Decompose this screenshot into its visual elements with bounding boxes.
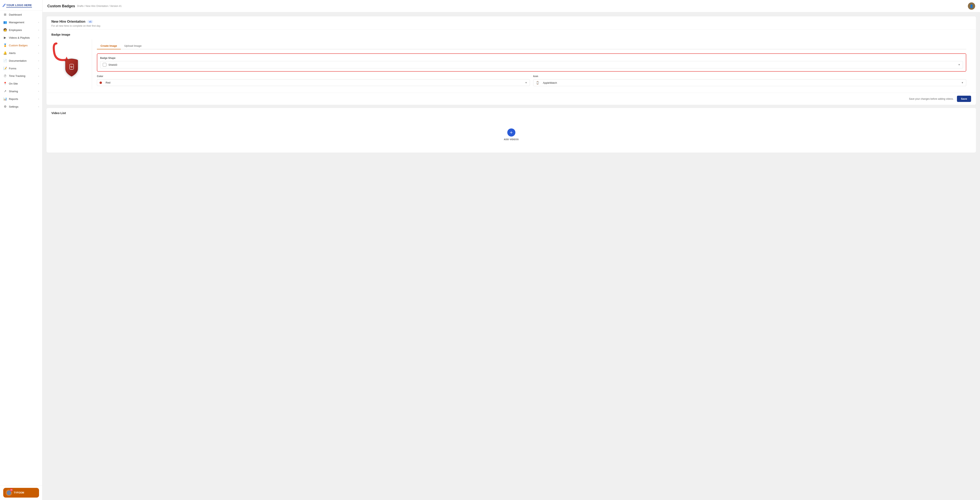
color-select-left: Red (100, 81, 110, 84)
sidebar-item-employees[interactable]: 🧑Employees› (0, 26, 42, 34)
icon-value: AppleWatch (543, 81, 557, 84)
settings-nav-label: Settings (9, 105, 18, 108)
sidebar-item-documentation[interactable]: 📄Documentation› (0, 57, 42, 65)
logo-text: YOUR LOGO HERE (6, 4, 32, 8)
employees-chevron-icon: › (38, 29, 39, 31)
custom-badges-nav-label: Custom Badges (9, 44, 28, 47)
videos-chevron-icon: › (38, 37, 39, 39)
forms-nav-label: Forms (9, 67, 16, 70)
alerts-chevron-icon: › (38, 52, 39, 54)
orientation-title: New Hire Orientation (51, 20, 85, 24)
documentation-nav-label: Documentation (9, 59, 27, 62)
on-site-nav-label: On-Site (9, 82, 18, 85)
employees-nav-icon: 🧑 (3, 28, 7, 32)
badge-image-body: Create Image Upload Image Badge Shape Sh… (51, 40, 971, 89)
sidebar-item-reports[interactable]: 📊Reports› (0, 95, 42, 103)
management-nav-label: Management (9, 21, 24, 24)
badge-preview-area (51, 40, 92, 89)
add-videos-button[interactable]: + (507, 129, 515, 137)
tab-upload-image[interactable]: Upload Image (121, 43, 145, 49)
icon-label: Icon (533, 75, 966, 78)
forms-nav-icon: 📝 (3, 67, 7, 70)
save-bar: Save your changes before adding videos. … (46, 92, 976, 105)
top-header: Custom Badges Drafts / New Hire Orientat… (43, 0, 980, 12)
management-chevron-icon: › (38, 21, 39, 24)
sidebar: ∕∕ YOUR LOGO HERE ⊞Dashboard👥Management›… (0, 0, 43, 500)
sidebar-item-videos[interactable]: ▶Videos & Playlists› (0, 34, 42, 41)
alerts-nav-label: Alerts (9, 52, 16, 55)
time-tracking-nav-label: Time Tracking (9, 75, 25, 78)
icon-chevron-icon: ▼ (961, 81, 964, 84)
version-badge: v1 (88, 20, 93, 23)
videos-nav-label: Videos & Playlists (9, 36, 30, 39)
employees-nav-label: Employees (9, 29, 22, 32)
orientation-subtitle: For all new hires to complete on their f… (51, 24, 971, 27)
video-list-title: Video List (51, 111, 971, 115)
sidebar-item-management[interactable]: 👥Management› (0, 18, 42, 26)
orientation-card: New Hire Orientation v1 For all new hire… (46, 16, 976, 105)
logo-area: ∕∕ YOUR LOGO HERE (0, 0, 42, 11)
on-site-chevron-icon: › (38, 82, 39, 85)
alerts-nav-icon: 🔔 (3, 51, 7, 55)
header-left: Custom Badges Drafts / New Hire Orientat… (47, 4, 122, 8)
sidebar-item-alerts[interactable]: 🔔Alerts› (0, 49, 42, 57)
orientation-card-header: New Hire Orientation v1 For all new hire… (46, 16, 976, 30)
color-chevron-icon: ▼ (525, 81, 527, 84)
avatar[interactable]: 👤 (968, 2, 975, 10)
tabs-row: Create Image Upload Image (97, 43, 966, 49)
reports-chevron-icon: › (38, 98, 39, 100)
logo-icon: ∕∕ (3, 3, 5, 8)
settings-chevron-icon: › (38, 105, 39, 108)
documentation-nav-icon: 📄 (3, 59, 7, 62)
badge-shape-value: Shield3 (108, 63, 117, 66)
badge-image-section: Badge Image (46, 30, 976, 92)
applewatch-icon: ⌚ (536, 81, 539, 84)
icon-select-left: ⌚ AppleWatch (536, 81, 557, 84)
icon-select[interactable]: ⌚ AppleWatch ▼ (533, 79, 966, 86)
page-area: New Hire Orientation v1 For all new hire… (43, 12, 980, 500)
badge-shape-select[interactable]: Shield3 ▼ (100, 61, 963, 68)
main-content: Custom Badges Drafts / New Hire Orientat… (43, 0, 980, 500)
videos-nav-icon: ▶ (3, 36, 7, 40)
sidebar-item-time-tracking[interactable]: ⏱Time Tracking› (0, 72, 42, 80)
badge-shape-chevron-icon: ▼ (958, 63, 960, 66)
tyfoom-badge[interactable]: 15 🌀 TYFOOM (3, 488, 39, 498)
dashboard-nav-label: Dashboard (9, 13, 22, 16)
sharing-nav-icon: ↗ (3, 89, 7, 93)
page-title: Custom Badges (47, 4, 75, 8)
nav-menu: ⊞Dashboard👥Management›🧑Employees›▶Videos… (0, 11, 42, 110)
reports-nav-icon: 📊 (3, 97, 7, 101)
breadcrumb: Drafts / New Hire Orientation / Version … (77, 5, 122, 8)
settings-nav-icon: ⚙ (3, 105, 7, 108)
sidebar-item-custom-badges[interactable]: 🏅Custom Badges› (0, 41, 42, 49)
color-select[interactable]: Red ▼ (97, 79, 530, 86)
sidebar-item-dashboard[interactable]: ⊞Dashboard (0, 11, 42, 18)
time-tracking-chevron-icon: › (38, 75, 39, 77)
tab-create-image[interactable]: Create Image (97, 43, 121, 49)
badge-shape-section: Badge Shape Shield3 ▼ (97, 53, 966, 72)
shield-shape-icon (103, 63, 107, 67)
custom-badges-nav-icon: 🏅 (3, 43, 7, 47)
sidebar-item-sharing[interactable]: ↗Sharing› (0, 88, 42, 95)
dashboard-nav-icon: ⊞ (3, 13, 7, 16)
save-button[interactable]: Save (957, 96, 971, 102)
color-icon-row: Color Red ▼ (97, 75, 966, 86)
video-list-section: Video List + ADD VIDEOS (46, 108, 976, 153)
video-list-card: Video List + ADD VIDEOS (46, 108, 976, 153)
sidebar-item-on-site[interactable]: 📍On-Site› (0, 80, 42, 88)
color-label: Color (97, 75, 530, 78)
add-videos-area[interactable]: + ADD VIDEOS (51, 116, 971, 146)
management-nav-icon: 👥 (3, 21, 7, 24)
badge-shape-label: Badge Shape (100, 57, 963, 59)
sharing-nav-label: Sharing (9, 90, 18, 93)
color-value: Red (106, 81, 110, 84)
sidebar-item-forms[interactable]: 📝Forms› (0, 65, 42, 72)
badge-image-title: Badge Image (51, 33, 971, 36)
save-hint: Save your changes before adding videos. (909, 97, 954, 100)
color-dot-icon (100, 81, 102, 84)
sidebar-bottom: 15 🌀 TYFOOM (0, 485, 42, 500)
sharing-chevron-icon: › (38, 90, 39, 92)
add-videos-label: ADD VIDEOS (504, 138, 519, 140)
tyfoom-notif: 15 (10, 488, 13, 492)
sidebar-item-settings[interactable]: ⚙Settings› (0, 103, 42, 110)
